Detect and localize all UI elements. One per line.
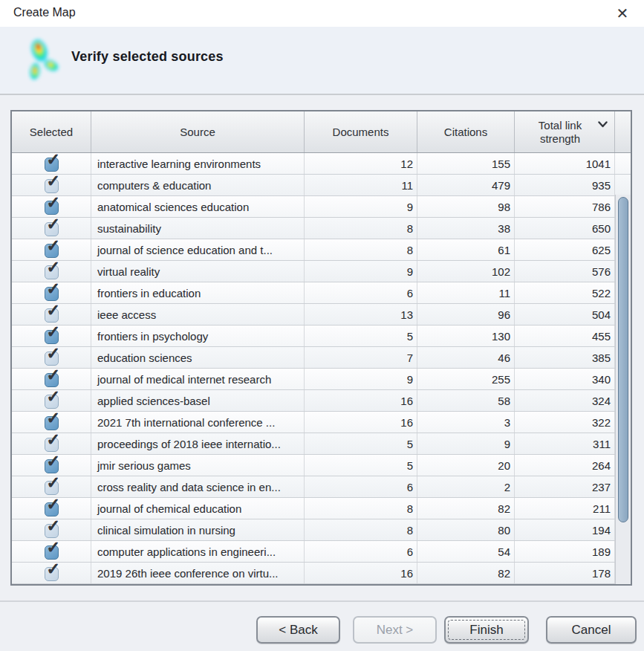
checkbox-checked-icon[interactable]: ✓ bbox=[45, 308, 59, 323]
row-citations-cell: 98 bbox=[417, 196, 515, 217]
row-citations-cell: 11 bbox=[417, 282, 515, 303]
checkbox-checked-icon[interactable]: ✓ bbox=[45, 567, 59, 581]
column-header-citations[interactable]: Citations bbox=[417, 111, 515, 152]
checkmark-icon: ✓ bbox=[47, 476, 60, 491]
row-selected-cell: ✓ bbox=[12, 261, 91, 282]
chevron-down-icon bbox=[598, 121, 608, 128]
row-selected-cell: ✓ bbox=[12, 175, 91, 195]
table-row: ✓2019 26th ieee conference on virtu...16… bbox=[12, 563, 631, 584]
checkmark-icon: ✓ bbox=[47, 347, 60, 362]
heatmap-logo-icon bbox=[27, 36, 62, 85]
checkbox-checked-icon[interactable]: ✓ bbox=[45, 524, 59, 538]
row-citations-cell: 130 bbox=[417, 326, 515, 346]
row-documents-cell: 8 bbox=[305, 218, 417, 239]
row-documents-cell: 6 bbox=[305, 282, 417, 303]
table-row: ✓sustainability838650 bbox=[12, 218, 631, 239]
checkmark-icon: ✓ bbox=[47, 196, 60, 211]
finish-button[interactable]: Finish bbox=[444, 616, 529, 644]
row-total-link-strength-cell: 211 bbox=[515, 498, 615, 519]
row-source-cell: jmir serious games bbox=[91, 455, 305, 476]
row-total-link-strength-cell: 455 bbox=[515, 326, 615, 346]
row-citations-cell: 155 bbox=[417, 153, 515, 174]
row-documents-cell: 8 bbox=[305, 519, 417, 540]
checkbox-checked-icon[interactable]: ✓ bbox=[45, 222, 59, 236]
row-source-cell: applied sciences-basel bbox=[91, 390, 305, 411]
row-documents-cell: 5 bbox=[305, 433, 417, 454]
checkbox-checked-icon[interactable]: ✓ bbox=[45, 438, 59, 452]
table-row: ✓jmir serious games520264 bbox=[12, 455, 631, 476]
row-selected-cell: ✓ bbox=[12, 390, 91, 411]
row-total-link-strength-cell: 786 bbox=[515, 196, 615, 217]
checkbox-checked-icon[interactable]: ✓ bbox=[45, 179, 59, 193]
checkbox-checked-icon[interactable]: ✓ bbox=[45, 265, 59, 279]
dialog-titlebar: Create Map ✕ bbox=[0, 0, 644, 27]
checkbox-checked-icon[interactable]: ✓ bbox=[45, 330, 59, 344]
row-total-link-strength-cell: 504 bbox=[515, 304, 615, 325]
row-documents-cell: 9 bbox=[305, 196, 417, 217]
checkbox-checked-icon[interactable]: ✓ bbox=[45, 459, 59, 473]
row-total-link-strength-cell: 625 bbox=[515, 239, 615, 260]
row-total-link-strength-cell: 522 bbox=[515, 282, 615, 303]
checkbox-checked-icon[interactable]: ✓ bbox=[45, 244, 59, 258]
row-selected-cell: ✓ bbox=[12, 433, 91, 454]
table-row: ✓computers & education11479935 bbox=[12, 175, 631, 196]
row-source-cell: 2019 26th ieee conference on virtu... bbox=[91, 563, 305, 583]
checkbox-checked-icon[interactable]: ✓ bbox=[45, 502, 59, 516]
row-selected-cell: ✓ bbox=[12, 498, 91, 519]
row-documents-cell: 6 bbox=[305, 541, 417, 562]
row-total-link-strength-cell: 650 bbox=[515, 218, 615, 239]
scrollbar-thumb[interactable] bbox=[618, 197, 628, 522]
checkbox-checked-icon[interactable]: ✓ bbox=[45, 395, 59, 409]
table-row: ✓anatomical sciences education998786 bbox=[12, 196, 631, 218]
row-citations-cell: 82 bbox=[417, 563, 515, 583]
checkmark-icon: ✓ bbox=[47, 218, 60, 233]
checkbox-checked-icon[interactable]: ✓ bbox=[45, 201, 59, 215]
checkmark-icon: ✓ bbox=[47, 433, 60, 448]
checkmark-icon: ✓ bbox=[47, 541, 60, 556]
checkbox-checked-icon[interactable]: ✓ bbox=[45, 287, 59, 301]
checkbox-checked-icon[interactable]: ✓ bbox=[45, 545, 59, 560]
checkbox-checked-icon[interactable]: ✓ bbox=[45, 373, 59, 387]
table-body: ✓interactive learning environments121551… bbox=[12, 153, 631, 584]
vertical-scrollbar[interactable] bbox=[615, 195, 631, 584]
column-header-selected[interactable]: Selected bbox=[12, 111, 91, 152]
row-selected-cell: ✓ bbox=[12, 519, 91, 540]
checkbox-checked-icon[interactable]: ✓ bbox=[45, 481, 59, 495]
checkbox-checked-icon[interactable]: ✓ bbox=[45, 158, 59, 172]
column-header-total-label: Total link strength bbox=[522, 119, 598, 145]
column-header-source[interactable]: Source bbox=[91, 111, 305, 152]
row-citations-cell: 479 bbox=[417, 175, 515, 195]
row-selected-cell: ✓ bbox=[12, 455, 91, 476]
row-selected-cell: ✓ bbox=[12, 153, 91, 174]
checkbox-checked-icon[interactable]: ✓ bbox=[45, 416, 59, 430]
checkmark-icon: ✓ bbox=[47, 239, 60, 254]
row-total-link-strength-cell: 322 bbox=[515, 412, 615, 433]
table-row: ✓ieee access1396504 bbox=[12, 304, 631, 326]
table-row: ✓frontiers in psychology5130455 bbox=[12, 326, 631, 347]
back-button[interactable]: < Back bbox=[256, 616, 340, 644]
row-source-cell: anatomical sciences education bbox=[91, 196, 305, 217]
row-source-cell: journal of medical internet research bbox=[91, 369, 305, 389]
cancel-button[interactable]: Cancel bbox=[546, 616, 637, 644]
row-citations-cell: 46 bbox=[417, 347, 515, 368]
checkbox-checked-icon[interactable]: ✓ bbox=[45, 352, 59, 366]
row-total-link-strength-cell: 576 bbox=[515, 261, 615, 282]
next-button: Next > bbox=[353, 616, 437, 644]
close-icon[interactable]: ✕ bbox=[611, 3, 634, 24]
checkmark-icon: ✓ bbox=[47, 369, 60, 383]
row-total-link-strength-cell: 311 bbox=[515, 433, 615, 454]
column-header-documents[interactable]: Documents bbox=[305, 111, 417, 152]
table-row: ✓journal of chemical education882211 bbox=[12, 498, 631, 519]
table-row: ✓computer applications in engineeri...65… bbox=[12, 541, 631, 563]
row-citations-cell: 102 bbox=[417, 261, 515, 282]
checkmark-icon: ✓ bbox=[47, 261, 60, 276]
table-row: ✓2021 7th international conference ...16… bbox=[12, 412, 631, 433]
column-header-total-link-strength[interactable]: Total link strength bbox=[515, 111, 615, 152]
row-citations-cell: 80 bbox=[417, 519, 515, 540]
row-source-cell: interactive learning environments bbox=[91, 153, 305, 174]
row-selected-cell: ✓ bbox=[12, 282, 91, 303]
wizard-header: Verify selected sources bbox=[0, 27, 644, 95]
row-citations-cell: 82 bbox=[417, 498, 515, 519]
row-source-cell: virtual reality bbox=[91, 261, 305, 282]
row-citations-cell: 9 bbox=[417, 433, 515, 454]
